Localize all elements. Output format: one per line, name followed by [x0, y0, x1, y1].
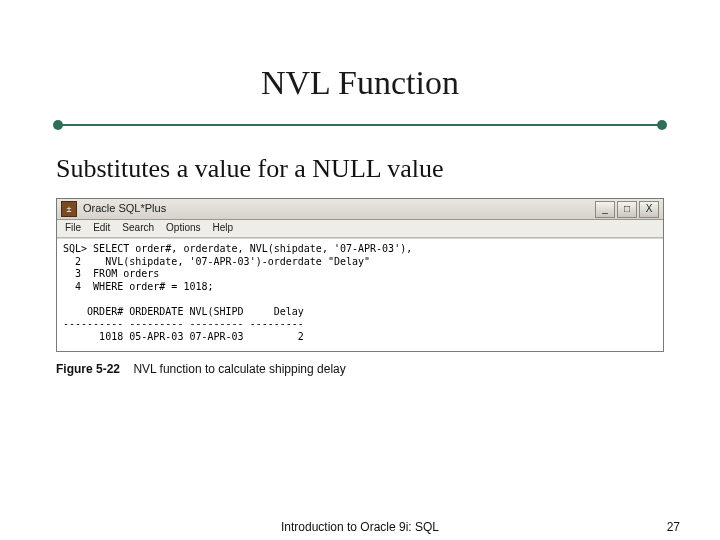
minimize-button[interactable]: _ — [595, 201, 615, 218]
sqlplus-window: ± Oracle SQL*Plus _ □ X File Edit Search… — [56, 198, 664, 352]
menu-file[interactable]: File — [65, 222, 81, 235]
terminal-output: SQL> SELECT order#, orderdate, NVL(shipd… — [57, 238, 663, 351]
divider-line — [56, 124, 664, 126]
divider-rule — [56, 118, 664, 132]
figure-caption: Figure 5-22 NVL function to calculate sh… — [56, 362, 664, 376]
figure-wrap: ± Oracle SQL*Plus _ □ X File Edit Search… — [56, 198, 664, 376]
figure-caption-text: NVL function to calculate shipping delay — [133, 362, 345, 376]
figure-label: Figure 5-22 — [56, 362, 120, 376]
page-number: 27 — [667, 520, 680, 534]
divider-dot-right — [657, 120, 667, 130]
window-menubar: File Edit Search Options Help — [57, 220, 663, 238]
menu-search[interactable]: Search — [122, 222, 154, 235]
app-icon: ± — [61, 201, 77, 217]
term-line: 3 FROM orders — [63, 268, 159, 279]
footer-text: Introduction to Oracle 9i: SQL — [0, 520, 720, 534]
slide-title: NVL Function — [0, 0, 720, 102]
window-title: Oracle SQL*Plus — [83, 202, 166, 216]
term-line: 1018 05-APR-03 07-APR-03 2 — [63, 331, 304, 342]
maximize-button[interactable]: □ — [617, 201, 637, 218]
term-line: 2 NVL(shipdate, '07-APR-03')-orderdate "… — [63, 256, 370, 267]
menu-options[interactable]: Options — [166, 222, 200, 235]
term-line: ---------- --------- --------- --------- — [63, 318, 304, 329]
close-button[interactable]: X — [639, 201, 659, 218]
term-line: 4 WHERE order# = 1018; — [63, 281, 214, 292]
slide: NVL Function Substitutes a value for a N… — [0, 0, 720, 540]
term-line: ORDER# ORDERDATE NVL(SHIPD Delay — [63, 306, 304, 317]
divider-dot-left — [53, 120, 63, 130]
window-titlebar: ± Oracle SQL*Plus _ □ X — [57, 199, 663, 220]
menu-edit[interactable]: Edit — [93, 222, 110, 235]
menu-help[interactable]: Help — [213, 222, 234, 235]
term-line: SQL> SELECT order#, orderdate, NVL(shipd… — [63, 243, 412, 254]
slide-subtitle: Substitutes a value for a NULL value — [56, 154, 664, 184]
